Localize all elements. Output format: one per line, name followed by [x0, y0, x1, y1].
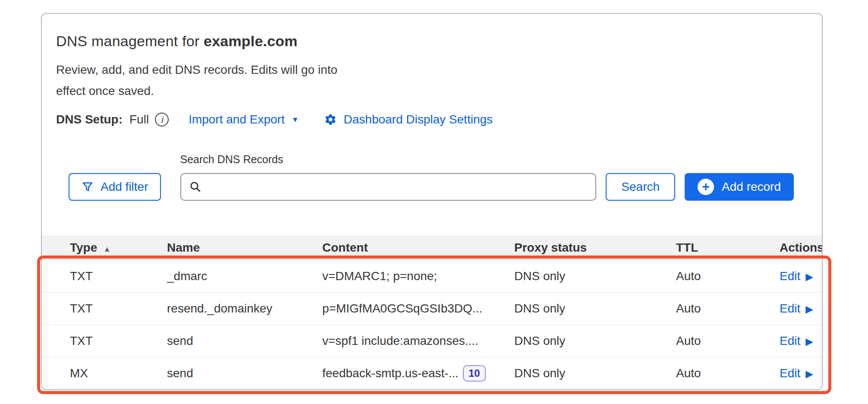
cell-name: send	[167, 334, 322, 348]
column-header-type[interactable]: Type▲	[42, 241, 167, 255]
table-row: TXT resend._domainkey p=MIGfMA0GCSqGSIb3…	[42, 292, 822, 325]
card-header: DNS management for example.com Review, a…	[42, 14, 822, 126]
gear-icon	[324, 113, 337, 126]
edit-label: Edit	[780, 302, 800, 316]
cell-proxy-status: DNS only	[514, 334, 676, 348]
cell-name: send	[167, 366, 322, 380]
import-export-link[interactable]: Import and Export ▼	[189, 113, 299, 126]
dashboard-display-settings-link[interactable]: Dashboard Display Settings	[324, 113, 493, 126]
cell-type: TXT	[42, 269, 167, 283]
info-icon[interactable]: i	[155, 113, 169, 126]
edit-record-button[interactable]: Edit ▶	[780, 366, 823, 380]
sort-ascending-icon: ▲	[103, 245, 111, 253]
chevron-right-icon: ▶	[805, 368, 813, 380]
chevron-right-icon: ▶	[805, 271, 813, 283]
page-description: Review, add, and edit DNS records. Edits…	[56, 59, 344, 101]
cell-type: MX	[42, 366, 167, 380]
add-record-label: Add record	[722, 180, 781, 194]
domain-name: example.com	[204, 33, 298, 49]
edit-label: Edit	[780, 334, 800, 348]
column-header-name: Name	[167, 241, 322, 255]
cell-proxy-status: DNS only	[514, 302, 676, 316]
dns-management-card: DNS management for example.com Review, a…	[41, 13, 823, 390]
dns-setup-label: DNS Setup:	[56, 113, 123, 126]
add-filter-button[interactable]: Add filter	[69, 173, 161, 201]
column-header-content: Content	[322, 241, 514, 255]
table-row: TXT send v=spf1 include:amazonses.... DN…	[42, 325, 822, 357]
column-header-actions: Actions	[780, 241, 823, 255]
edit-label: Edit	[780, 366, 800, 380]
dns-setup-value: Full	[129, 113, 149, 126]
chevron-down-icon: ▼	[292, 116, 299, 124]
priority-badge: 10	[463, 365, 486, 382]
add-filter-label: Add filter	[101, 180, 148, 194]
cell-ttl: Auto	[676, 269, 780, 283]
cell-content-text: feedback-smtp.us-east-...	[322, 366, 459, 380]
filter-icon	[81, 180, 94, 193]
cell-name: resend._domainkey	[167, 302, 322, 316]
dns-setup-row: DNS Setup: Full i Import and Export ▼ Da…	[56, 113, 808, 126]
column-header-ttl: TTL	[676, 241, 780, 255]
search-icon	[189, 180, 202, 193]
dns-records-table: Type▲ Name Content Proxy status TTL Acti…	[42, 235, 822, 389]
cell-content: v=DMARC1; p=none;	[322, 269, 514, 283]
page-title-prefix: DNS management for	[56, 33, 204, 49]
cell-content: p=MIGfMA0GCSqGSIb3DQ...	[322, 302, 514, 316]
chevron-right-icon: ▶	[805, 336, 813, 347]
dashboard-display-settings-label: Dashboard Display Settings	[344, 113, 493, 126]
cell-type: TXT	[42, 302, 167, 316]
column-header-proxy-status: Proxy status	[514, 241, 676, 255]
edit-record-button[interactable]: Edit ▶	[780, 302, 823, 316]
plus-icon: +	[698, 179, 714, 195]
chevron-right-icon: ▶	[805, 303, 813, 315]
edit-record-button[interactable]: Edit ▶	[780, 269, 823, 283]
table-row: MX send feedback-smtp.us-east-... 10 DNS…	[42, 357, 822, 389]
dns-toolbar: Add filter Search DNS Records Search + A…	[42, 153, 822, 201]
search-button[interactable]: Search	[606, 173, 675, 201]
search-section: Search DNS Records	[180, 153, 597, 201]
search-label: Search DNS Records	[180, 153, 597, 166]
cell-ttl: Auto	[676, 334, 780, 348]
cell-content: feedback-smtp.us-east-... 10	[322, 365, 514, 382]
edit-label: Edit	[780, 269, 800, 283]
cell-type: TXT	[42, 334, 167, 348]
cell-ttl: Auto	[676, 302, 780, 316]
import-export-label: Import and Export	[189, 113, 285, 126]
table-row: TXT _dmarc v=DMARC1; p=none; DNS only Au…	[42, 260, 822, 292]
cell-proxy-status: DNS only	[514, 366, 676, 380]
cell-ttl: Auto	[676, 366, 780, 380]
cell-proxy-status: DNS only	[514, 269, 676, 283]
edit-record-button[interactable]: Edit ▶	[780, 334, 823, 348]
search-input[interactable]	[208, 174, 588, 200]
cell-name: _dmarc	[167, 269, 322, 283]
page-title: DNS management for example.com	[56, 33, 808, 50]
search-box	[180, 173, 597, 201]
add-record-button[interactable]: + Add record	[685, 173, 794, 201]
cell-content: v=spf1 include:amazonses....	[322, 334, 514, 348]
table-header-row: Type▲ Name Content Proxy status TTL Acti…	[42, 235, 822, 260]
